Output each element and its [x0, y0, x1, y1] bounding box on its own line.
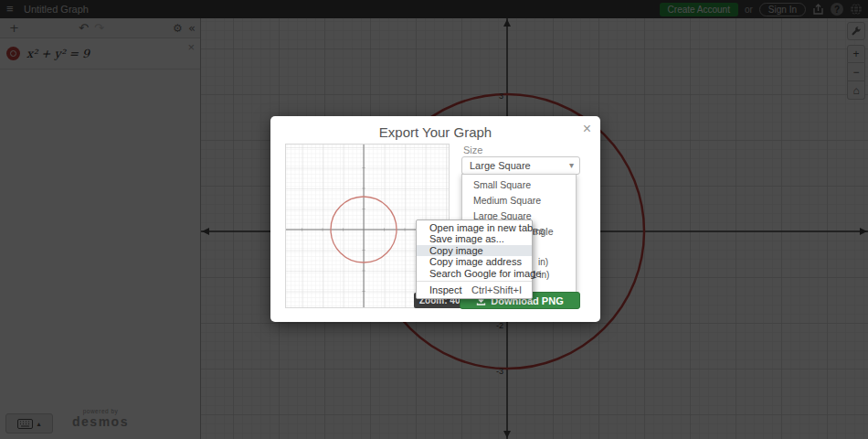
modal-close-icon[interactable]: ×: [583, 121, 591, 137]
menu-item-save-image-as[interactable]: Save image as...: [417, 233, 532, 244]
menu-item-open-image-new-tab[interactable]: Open image in new tab: [417, 222, 532, 233]
obscured-text-fragment: in): [538, 257, 548, 267]
menu-item-copy-image-address[interactable]: Copy image address: [417, 256, 532, 267]
size-select-dropdown[interactable]: Large Square ▾: [461, 156, 580, 175]
size-option-small-square[interactable]: Small Square: [462, 180, 576, 190]
inspect-shortcut: Ctrl+Shift+I: [471, 284, 522, 296]
chevron-down-icon: ▾: [569, 160, 574, 170]
size-selected-value: Large Square: [470, 160, 531, 171]
menu-item-search-google-for-image[interactable]: Search Google for image: [417, 268, 532, 279]
size-option-medium-square[interactable]: Medium Square: [462, 196, 576, 206]
menu-item-inspect[interactable]: Inspect Ctrl+Shift+I: [417, 284, 532, 296]
size-label: Size: [463, 145, 482, 155]
menu-separator: [417, 281, 532, 282]
modal-title: Export Your Graph: [270, 124, 600, 140]
menu-item-copy-image[interactable]: Copy image: [417, 245, 532, 256]
desmos-app: ≡ Untitled Graph Create Account or Sign …: [0, 0, 868, 439]
inspect-label: Inspect: [429, 284, 461, 295]
browser-context-menu: Open image in new tab Save image as... C…: [416, 220, 533, 299]
